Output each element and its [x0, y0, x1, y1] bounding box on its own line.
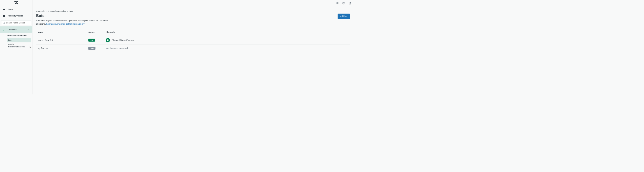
- chevron-down-icon: [27, 15, 30, 17]
- table-row[interactable]: My first bot Draft No channels connected: [36, 45, 350, 52]
- svg-rect-3: [338, 2, 338, 3]
- add-bot-button[interactable]: Add bot: [338, 14, 350, 19]
- chat-bubble-icon: [106, 38, 110, 42]
- th-status: Status: [88, 31, 106, 33]
- learn-link-text: Learn about Answer Bot for messaging: [46, 23, 82, 25]
- search-wrap: [0, 19, 32, 26]
- search-input[interactable]: [6, 22, 31, 24]
- subnav-heading[interactable]: Bots and automation: [7, 34, 31, 38]
- subnav: Bots and automation Bots Article Recomme…: [0, 33, 32, 49]
- nav-recent-label: Recently viewed: [8, 15, 27, 17]
- nav-channels[interactable]: Channels: [0, 26, 32, 33]
- nav-home-label: Home: [8, 8, 30, 11]
- channel-cell: Channel Name Example: [106, 38, 348, 42]
- svg-rect-5: [338, 3, 338, 4]
- content: Channels › Bots and automation › Bots Bo…: [32, 6, 354, 94]
- th-channels: Channels: [106, 31, 348, 33]
- help-icon[interactable]: [342, 2, 345, 5]
- svg-rect-4: [336, 3, 337, 4]
- bot-name: Name of my Bot: [38, 39, 88, 41]
- bot-name: My first bot: [38, 47, 88, 50]
- status-badge: Draft: [88, 47, 96, 50]
- main: Channels › Bots and automation › Bots Bo…: [32, 0, 354, 94]
- svg-point-8: [350, 2, 351, 3]
- breadcrumb: Channels › Bots and automation › Bots: [36, 10, 350, 13]
- status-badge: Live: [88, 39, 95, 42]
- channel-name: Channel Name Example: [112, 39, 134, 41]
- search-icon: [3, 22, 5, 24]
- breadcrumb-0[interactable]: Channels: [36, 10, 44, 13]
- page-title: Bots: [36, 14, 113, 18]
- sidebar: Home Recently viewed Channels Bots and a…: [0, 0, 32, 94]
- channel-cell: No channels connected: [106, 47, 348, 50]
- chevron-up-icon: [27, 29, 30, 31]
- learn-link[interactable]: Learn about Answer Bot for messaging: [46, 23, 85, 25]
- breadcrumb-1[interactable]: Bots and automation: [48, 10, 66, 13]
- svg-point-1: [3, 22, 4, 23]
- table-header: Name Status Channels: [36, 29, 350, 36]
- subnav-item-article-recs[interactable]: Article Recommendations: [7, 42, 31, 49]
- nav-recently-viewed[interactable]: Recently viewed: [0, 13, 32, 19]
- external-link-icon: [83, 22, 85, 26]
- topbar: [32, 0, 354, 6]
- apps-icon[interactable]: [336, 2, 339, 5]
- search-box[interactable]: [1, 21, 31, 25]
- clock-icon: [2, 15, 6, 17]
- table-row[interactable]: Name of my Bot Live Channel Name Example: [36, 36, 350, 45]
- bots-table: Name Status Channels Name of my Bot Live…: [36, 29, 350, 52]
- th-name: Name: [38, 31, 88, 33]
- page-description: Add a bot to your conversations to give …: [36, 19, 113, 26]
- home-icon: [2, 8, 6, 11]
- chevron-right-icon: ›: [67, 10, 68, 13]
- channels-icon: [2, 28, 6, 31]
- subnav-item-bots[interactable]: Bots: [7, 38, 31, 42]
- zendesk-logo: [0, 0, 32, 6]
- nav-home[interactable]: Home: [0, 6, 32, 13]
- page-head: Bots Add a bot to your conversations to …: [36, 14, 350, 26]
- profile-icon[interactable]: [348, 2, 352, 5]
- svg-rect-2: [336, 2, 337, 3]
- nav-channels-label: Channels: [8, 29, 27, 31]
- breadcrumb-2: Bots: [69, 10, 73, 13]
- zendesk-icon: [14, 1, 18, 5]
- chevron-right-icon: ›: [46, 10, 46, 13]
- channel-name: No channels connected: [106, 47, 128, 50]
